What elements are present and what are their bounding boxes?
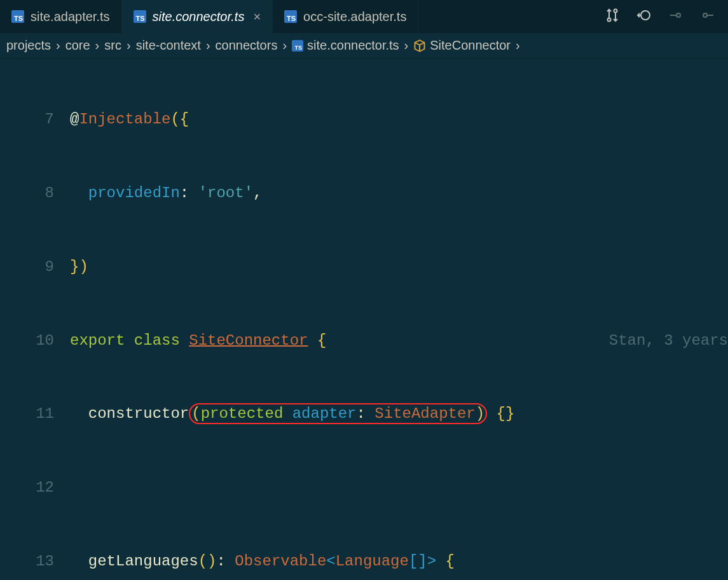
breadcrumb-item[interactable]: connectors	[216, 38, 278, 53]
code-line[interactable]: constructor(protected adapter: SiteAdapt…	[70, 402, 728, 427]
svg-point-2	[641, 11, 650, 20]
line-number: 13	[0, 549, 54, 574]
typescript-icon: TS	[284, 10, 297, 23]
chevron-right-icon: ›	[514, 38, 521, 53]
code-line[interactable]	[70, 476, 728, 501]
line-number: 7	[0, 107, 54, 132]
code-line[interactable]: providedIn: 'root',	[70, 181, 728, 206]
next-change-icon[interactable]	[700, 8, 715, 26]
breadcrumb-item[interactable]: core	[65, 38, 90, 53]
line-gutter: 7 8 9 10 11 12 13 14 15 16 17 18 19 20 2…	[0, 59, 70, 580]
chevron-right-icon: ›	[205, 38, 212, 53]
tab-bar: TS site.adapter.ts TS site.connector.ts …	[0, 0, 728, 33]
tab-site-connector[interactable]: TS site.connector.ts ×	[122, 0, 273, 33]
tab-label: site.adapter.ts	[31, 10, 110, 24]
close-icon[interactable]: ×	[253, 10, 261, 24]
code-content[interactable]: @Injectable({ providedIn: 'root', }) exp…	[70, 59, 728, 580]
highlight-box: (protected adapter: SiteAdapter)	[189, 403, 487, 424]
chevron-right-icon: ›	[281, 38, 288, 53]
tab-site-adapter[interactable]: TS site.adapter.ts	[0, 0, 122, 33]
chevron-right-icon: ›	[125, 38, 132, 53]
line-number: 9	[0, 255, 54, 280]
revert-icon[interactable]	[636, 8, 652, 26]
line-number: 10	[0, 329, 54, 354]
typescript-icon: TS	[11, 10, 24, 23]
git-blame-annotation: Stan, 3 years	[609, 329, 728, 354]
typescript-icon: TS	[292, 40, 303, 52]
editor-toolbar	[605, 0, 728, 33]
chevron-right-icon: ›	[403, 38, 410, 53]
svg-point-0	[608, 18, 611, 21]
typescript-icon: TS	[134, 10, 146, 23]
tab-label: occ-site.adapter.ts	[303, 10, 406, 24]
line-number: 8	[0, 181, 54, 206]
chevron-right-icon: ›	[94, 38, 101, 53]
tab-label: site.connector.ts	[153, 10, 245, 24]
compare-changes-icon[interactable]	[605, 8, 620, 26]
code-line[interactable]: @Injectable({	[70, 107, 728, 132]
breadcrumb-item[interactable]: site-context	[136, 38, 201, 53]
class-icon	[413, 39, 426, 52]
breadcrumb-item[interactable]: src	[104, 38, 121, 53]
breadcrumb-item[interactable]: SiteConnector	[430, 38, 511, 53]
breadcrumb-item[interactable]: projects	[6, 38, 51, 53]
line-number: 12	[0, 476, 54, 501]
line-number: 11	[0, 402, 54, 427]
breadcrumb: projects › core › src › site-context › c…	[0, 33, 728, 59]
code-editor[interactable]: 7 8 9 10 11 12 13 14 15 16 17 18 19 20 2…	[0, 59, 728, 580]
breadcrumb-item[interactable]: site.connector.ts	[307, 38, 399, 53]
svg-point-1	[614, 9, 617, 12]
svg-point-3	[676, 13, 680, 17]
tab-occ-site-adapter[interactable]: TS occ-site.adapter.ts	[273, 0, 418, 33]
code-line[interactable]: getLanguages(): Observable<Language[]> {	[70, 549, 728, 574]
code-line[interactable]: })	[70, 255, 728, 280]
svg-point-4	[703, 13, 707, 17]
prev-change-icon[interactable]	[668, 8, 683, 26]
chevron-right-icon: ›	[55, 38, 62, 53]
